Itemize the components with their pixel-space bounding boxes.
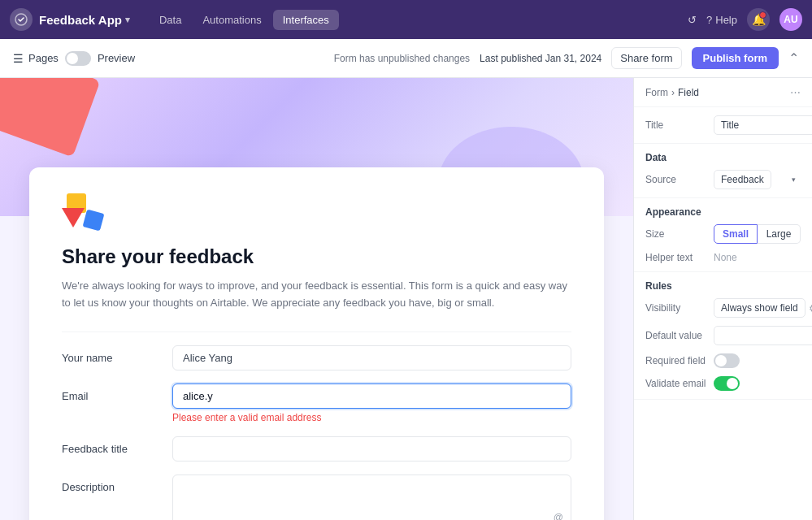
pages-button[interactable]: ☰ Pages: [13, 52, 59, 65]
field-label-description: Description: [62, 474, 159, 493]
size-btn-group: Small Large: [714, 224, 801, 244]
panel-appearance-section: Appearance Size Small Large Helper text …: [634, 198, 812, 272]
main-layout: Share your feedback We're always looking…: [0, 78, 812, 520]
nav-item-data[interactable]: Data: [150, 10, 191, 30]
main-nav: Data Automations Interfaces: [150, 10, 339, 30]
panel-row-size: Size Small Large: [645, 224, 801, 244]
validate-toggle-switch[interactable]: [714, 376, 740, 391]
textarea-at-icon: @: [554, 512, 563, 520]
history-button[interactable]: ↺: [688, 14, 697, 26]
required-toggle-switch[interactable]: [714, 353, 740, 368]
logo-shape: [62, 193, 102, 229]
panel-row-visibility: Visibility Always show field ⚙: [645, 298, 801, 318]
help-button[interactable]: ? Help: [706, 14, 737, 26]
toolbar-right: Form has unpublished changes Last publis…: [334, 47, 799, 69]
field-row-name: Your name: [62, 345, 571, 370]
form-card: Share your feedback We're always looking…: [29, 167, 604, 520]
breadcrumb-form[interactable]: Form: [645, 87, 668, 98]
history-icon: ↺: [688, 14, 697, 26]
panel-title-label: Title: [645, 119, 707, 131]
hamburger-icon: ☰: [13, 52, 24, 65]
field-row-feedback-title: Feedback title: [62, 436, 571, 462]
visibility-wrap: Always show field ⚙: [714, 298, 812, 318]
breadcrumb-field[interactable]: Field: [678, 87, 699, 98]
field-input-description[interactable]: [172, 474, 571, 520]
field-label-name: Your name: [62, 345, 159, 364]
panel-row-source: Source Feedback ▾: [645, 170, 801, 189]
panel-more-button[interactable]: ⋯: [790, 86, 801, 98]
app-title[interactable]: Feedback App ▾: [39, 13, 130, 27]
panel-visibility-select[interactable]: Always show field: [714, 298, 805, 318]
collapse-button[interactable]: ⌃: [788, 50, 799, 66]
panel-rules-section: Rules Visibility Always show field ⚙ Def…: [634, 272, 812, 400]
data-section-heading: Data: [645, 152, 801, 163]
hero-shape-red: [0, 78, 100, 158]
rules-section-heading: Rules: [645, 280, 801, 292]
field-description: Description @: [62, 474, 571, 520]
panel-title-input[interactable]: [714, 115, 812, 135]
panel-helper-label: Helper text: [645, 252, 707, 263]
field-row-description: Description @: [62, 474, 571, 520]
logo-red-triangle: [62, 208, 85, 228]
panel-row-default: Default value: [645, 326, 801, 345]
panel-default-input[interactable]: [714, 326, 812, 345]
panel-row-validate: Validate email: [645, 376, 801, 391]
field-input-email[interactable]: [172, 384, 571, 409]
field-feedback-title: Feedback title: [62, 436, 571, 462]
panel-header: Form › Field ⋯: [634, 78, 812, 107]
validate-toggle: [714, 376, 740, 391]
size-btn-large[interactable]: Large: [758, 224, 801, 244]
field-input-feedback-title[interactable]: [172, 436, 571, 462]
panel-title-section: Title: [634, 107, 812, 144]
nav-item-interfaces[interactable]: Interfaces: [273, 10, 339, 30]
logo-blue-square: [83, 210, 105, 232]
size-btn-small[interactable]: Small: [714, 224, 758, 244]
panel-breadcrumb: Form › Field: [645, 87, 699, 98]
field-email: Email Please enter a valid email address: [62, 384, 571, 423]
panel-helper-value: None: [714, 252, 801, 263]
form-logo: [62, 193, 571, 232]
panel-data-section: Data Source Feedback ▾: [634, 144, 812, 198]
field-label-email: Email: [62, 384, 159, 402]
form-title: Share your feedback: [62, 245, 571, 268]
field-input-name[interactable]: [172, 345, 571, 370]
source-select-wrap: Feedback ▾: [714, 170, 801, 189]
nav-right-area: ↺ ? Help 🔔 AU: [688, 8, 802, 31]
required-toggle: [714, 353, 740, 368]
toolbar: ☰ Pages Preview Form has unpublished cha…: [0, 39, 812, 78]
panel-visibility-label: Visibility: [645, 302, 707, 314]
preview-toggle-switch[interactable]: [65, 51, 91, 66]
help-icon: ?: [706, 14, 712, 26]
share-form-button[interactable]: Share form: [611, 47, 681, 69]
panel-size-label: Size: [645, 228, 707, 240]
publish-form-button[interactable]: Publish form: [692, 47, 779, 69]
field-input-wrap-name: [172, 345, 571, 370]
field-label-feedback-title: Feedback title: [62, 436, 159, 455]
panel-required-label: Required field: [645, 355, 707, 366]
notifications-button[interactable]: 🔔: [747, 8, 770, 31]
top-navigation: Feedback App ▾ Data Automations Interfac…: [0, 0, 812, 39]
field-your-name: Your name: [62, 345, 571, 370]
field-input-wrap-email: Please enter a valid email address: [172, 384, 571, 423]
breadcrumb-separator: ›: [671, 87, 675, 98]
email-error-message: Please enter a valid email address: [172, 412, 571, 423]
form-divider: [62, 332, 571, 332]
bell-icon: 🔔: [752, 13, 766, 26]
app-logo-icon: [10, 8, 33, 31]
panel-row-helper: Helper text None: [645, 252, 801, 263]
panel-source-label: Source: [645, 174, 707, 185]
nav-item-automations[interactable]: Automations: [193, 10, 271, 30]
visibility-gear-icon[interactable]: ⚙: [809, 302, 812, 314]
field-input-wrap-feedback-title: [172, 436, 571, 462]
panel-source-select[interactable]: Feedback: [714, 170, 771, 189]
unpublished-status: Form has unpublished changes: [334, 53, 470, 64]
last-published-date: Last published Jan 31, 2024: [480, 53, 601, 64]
avatar[interactable]: AU: [779, 8, 802, 31]
right-panel: Form › Field ⋯ Title Data Source Feedbac…: [633, 78, 812, 520]
panel-validate-label: Validate email: [645, 378, 707, 389]
source-chevron-icon: ▾: [792, 176, 796, 184]
panel-default-label: Default value: [645, 330, 707, 341]
app-title-chevron-icon: ▾: [125, 15, 130, 25]
form-description: We're always looking for ways to improve…: [62, 278, 571, 312]
appearance-section-heading: Appearance: [645, 206, 801, 218]
